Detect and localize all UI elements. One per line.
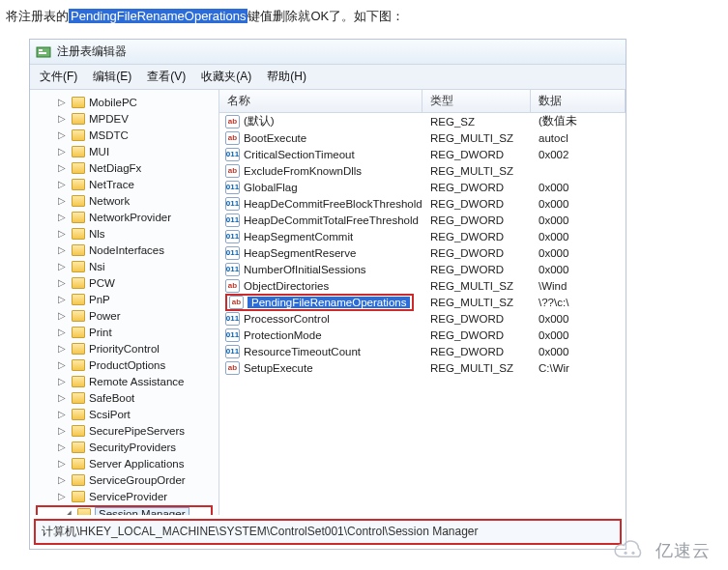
tree-node[interactable]: ▷SafeBoot	[30, 389, 218, 406]
value-row[interactable]: 011ProcessorControlREG_DWORD0x000	[219, 310, 626, 327]
tree-node[interactable]: ▷Nsi	[30, 258, 218, 274]
expand-icon[interactable]: ▷	[57, 228, 66, 239]
value-name: ProcessorControl	[244, 313, 330, 325]
expand-icon[interactable]: ▷	[57, 376, 66, 386]
value-row[interactable]: 011CriticalSectionTimeoutREG_DWORD0x002	[219, 146, 626, 162]
col-type[interactable]: 类型	[422, 90, 531, 112]
value-icon: 011	[225, 328, 240, 342]
tree-node[interactable]: ▷MobilePC	[30, 94, 218, 110]
value-type: REG_DWORD	[422, 247, 531, 259]
tree-node[interactable]: ▷ScsiPort	[30, 406, 218, 422]
expand-icon[interactable]: ▷	[57, 277, 66, 288]
expand-icon[interactable]: ▷	[57, 327, 66, 337]
expand-icon[interactable]: ▷	[57, 244, 66, 255]
value-icon: 011	[225, 246, 240, 260]
expand-icon[interactable]: ▷	[57, 425, 66, 436]
menu-favorites[interactable]: 收藏夹(A)	[195, 67, 257, 87]
value-row[interactable]: abPendingFileRenameOperationsREG_MULTI_S…	[219, 294, 626, 310]
value-row[interactable]: 011GlobalFlagREG_DWORD0x000	[219, 179, 626, 195]
tree-node[interactable]: ▷PCW	[30, 274, 218, 291]
intro-text: 将注册表的PendingFileRenameOperations键值删除就OK了…	[0, 0, 728, 39]
expand-icon[interactable]: ▷	[57, 359, 66, 370]
value-row[interactable]: 011HeapDeCommitTotalFreeThresholdREG_DWO…	[219, 212, 626, 228]
tree-node[interactable]: ▷Print	[30, 324, 218, 340]
tree-node[interactable]: ▷Nls	[30, 225, 218, 242]
expand-icon[interactable]: ▷	[57, 442, 66, 452]
value-icon: 011	[225, 312, 240, 326]
expand-icon[interactable]: ▷	[57, 458, 66, 469]
menu-view[interactable]: 查看(V)	[141, 67, 191, 87]
value-row[interactable]: 011HeapDeCommitFreeBlockThresholdREG_DWO…	[219, 195, 626, 212]
tree-node[interactable]: ▷PriorityControl	[30, 340, 218, 356]
expand-icon[interactable]: ▷	[57, 97, 66, 107]
value-name: PendingFileRenameOperations	[248, 297, 410, 308]
expand-icon[interactable]: ▷	[57, 179, 66, 189]
expand-icon[interactable]: ▷	[57, 261, 66, 271]
menubar: 文件(F) 编辑(E) 查看(V) 收藏夹(A) 帮助(H)	[30, 65, 626, 90]
tree-node[interactable]: ▷NetTrace	[30, 176, 218, 192]
expand-icon[interactable]: ▷	[57, 343, 66, 354]
expand-icon[interactable]: ▷	[57, 162, 66, 173]
expand-icon[interactable]: ▷	[57, 129, 66, 140]
value-row[interactable]: 011ProtectionModeREG_DWORD0x000	[219, 327, 626, 343]
value-row[interactable]: abExcludeFromKnownDllsREG_MULTI_SZ	[219, 162, 626, 179]
expand-icon[interactable]: ▷	[57, 409, 66, 419]
value-name: ObjectDirectories	[244, 280, 329, 292]
tree-node[interactable]: ▷NodeInterfaces	[30, 242, 218, 258]
menu-help[interactable]: 帮助(H)	[261, 67, 312, 87]
expand-icon[interactable]: ▷	[57, 195, 66, 206]
tree-node[interactable]: ▷Power	[30, 307, 218, 324]
expand-icon[interactable]: ◢	[63, 508, 72, 515]
tree-node[interactable]: ▷MSDTC	[30, 127, 218, 143]
tree-node[interactable]: ▷ServiceProvider	[30, 488, 218, 504]
value-type: REG_DWORD	[422, 198, 531, 210]
tree-node[interactable]: ▷SecurePipeServers	[30, 422, 218, 439]
expand-icon[interactable]: ▷	[57, 474, 66, 485]
col-data[interactable]: 数据	[531, 90, 626, 112]
value-name: ProtectionMode	[244, 329, 322, 341]
tree-node-selected[interactable]: ◢Session Manager	[36, 505, 213, 515]
tree-node[interactable]: ▷ServiceGroupOrder	[30, 471, 218, 488]
tree-node[interactable]: ▷MPDEV	[30, 110, 218, 127]
intro-highlight: PendingFileRenameOperations	[69, 9, 248, 23]
value-row[interactable]: abSetupExecuteREG_MULTI_SZC:\Wir	[219, 359, 626, 376]
tree-node[interactable]: ▷NetDiagFx	[30, 159, 218, 176]
value-row[interactable]: 011ResourceTimeoutCountREG_DWORD0x000	[219, 343, 626, 359]
tree-node[interactable]: ▷PnP	[30, 291, 218, 307]
tree-node[interactable]: ▷ProductOptions	[30, 356, 218, 373]
menu-file[interactable]: 文件(F)	[34, 67, 83, 87]
tree-label: Power	[89, 310, 121, 322]
value-row[interactable]: abObjectDirectoriesREG_MULTI_SZ\Wind	[219, 277, 626, 294]
value-row[interactable]: 011HeapSegmentReserveREG_DWORD0x000	[219, 244, 626, 261]
folder-icon	[72, 97, 85, 108]
expand-icon[interactable]: ▷	[57, 392, 66, 403]
tree-node[interactable]: ▷SecurityProviders	[30, 439, 218, 455]
tree-label: MPDEV	[89, 113, 129, 125]
value-row[interactable]: ab(默认)REG_SZ(数值未	[219, 113, 626, 129]
value-icon: 011	[225, 230, 240, 243]
expand-icon[interactable]: ▷	[57, 212, 66, 222]
value-row[interactable]: abBootExecuteREG_MULTI_SZautocl	[219, 129, 626, 146]
tree-label: ProductOptions	[89, 359, 165, 371]
menu-edit[interactable]: 编辑(E)	[87, 67, 137, 87]
expand-icon[interactable]: ▷	[57, 310, 66, 321]
titlebar[interactable]: 注册表编辑器	[30, 40, 626, 65]
value-row[interactable]: 011HeapSegmentCommitREG_DWORD0x000	[219, 228, 626, 244]
tree-node[interactable]: ▷Remote Assistance	[30, 373, 218, 389]
col-name[interactable]: 名称	[219, 90, 422, 112]
folder-icon	[72, 392, 85, 404]
tree-node[interactable]: ▷MUI	[30, 143, 218, 159]
expand-icon[interactable]: ▷	[57, 113, 66, 124]
value-row[interactable]: 011NumberOfInitialSessionsREG_DWORD0x000	[219, 261, 626, 277]
value-type: REG_DWORD	[422, 313, 531, 325]
folder-icon	[72, 261, 85, 272]
expand-icon[interactable]: ▷	[57, 294, 66, 304]
tree-panel[interactable]: ▷MobilePC▷MPDEV▷MSDTC▷MUI▷NetDiagFx▷NetT…	[30, 90, 219, 515]
expand-icon[interactable]: ▷	[57, 146, 66, 157]
folder-icon	[72, 310, 85, 322]
tree-node[interactable]: ▷Server Applications	[30, 455, 218, 471]
tree-node[interactable]: ▷Network	[30, 192, 218, 209]
values-panel[interactable]: 名称 类型 数据 ab(默认)REG_SZ(数值未abBootExecuteRE…	[219, 90, 626, 515]
expand-icon[interactable]: ▷	[57, 491, 66, 501]
tree-node[interactable]: ▷NetworkProvider	[30, 209, 218, 225]
